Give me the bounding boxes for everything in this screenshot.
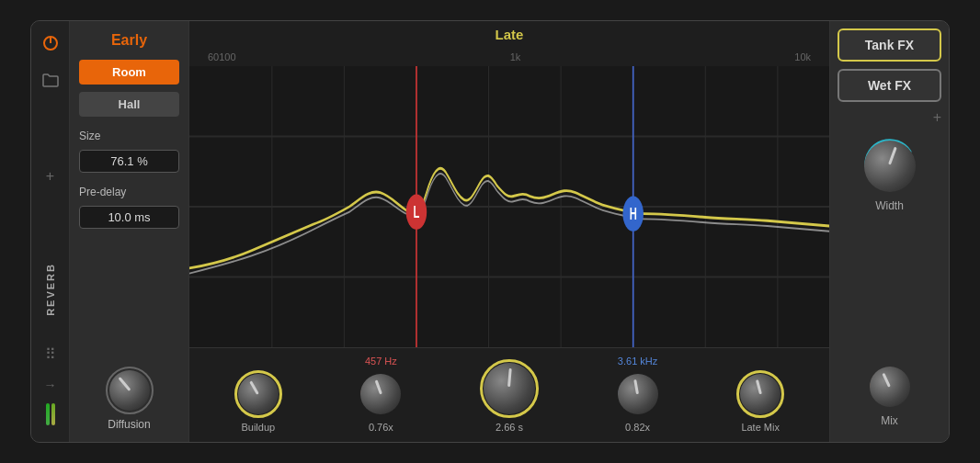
low-freq-label: 457 Hz [365,356,397,367]
late-header: Late [189,21,829,48]
late-title: Late [496,27,524,42]
diffusion-label: Diffusion [108,418,150,431]
freq-labels: 60 100 1k 10k [189,48,829,66]
size-value[interactable]: 76.1 % [79,150,179,173]
power-button[interactable] [38,30,63,56]
svg-text:H: H [630,204,637,223]
freq-100: 100 [219,51,235,62]
sidebar-dots-icon[interactable]: ⠿ [45,345,56,363]
meter-bar-right [51,403,55,425]
size-label: Size [79,130,179,142]
early-title: Early [79,32,179,49]
level-meter [46,403,55,425]
plus-right-icon[interactable]: + [933,109,941,126]
knob1-label: 0.76x [369,422,393,433]
predelay-label: Pre-delay [79,186,179,198]
tank-fx-button[interactable]: Tank FX [838,28,941,62]
knob1-group: 457 Hz 0.76x [357,356,405,433]
width-area: Width [838,137,941,212]
freq-1k: 1k [510,51,521,62]
main-area: Late 60 100 1k 10k [189,21,829,442]
meter-bar-left [46,403,50,425]
eq-display[interactable]: L H [189,66,829,348]
knob3-label: 0.82x [625,422,650,433]
predelay-value[interactable]: 10.0 ms [79,206,179,229]
knob3-group: 3.61 kHz 0.82x [614,356,662,433]
knob3[interactable] [614,370,662,418]
width-label: Width [875,199,904,212]
high-freq-label: 3.61 kHz [618,356,657,367]
freq-60: 60 [208,51,219,62]
late-mix-knob[interactable] [736,370,784,418]
sidebar-label: REVERB [45,263,56,316]
late-mix-group: Late Mix [736,370,784,433]
diffusion-knob[interactable] [106,367,154,414]
plugin-container: + REVERB ⠿ → Early Room Hall Size 76.1 %… [30,20,950,443]
buildup-group: Buildup [234,370,282,433]
buildup-label: Buildup [241,422,275,433]
room-button[interactable]: Room [79,60,179,85]
right-panel: Tank FX Wet FX + Width [829,21,949,442]
width-knob[interactable] [860,137,919,196]
mix-area: Mix [838,363,941,427]
left-sidebar: + REVERB ⠿ → [31,21,70,442]
buildup-knob[interactable] [234,370,282,418]
knob2-group: 2.66 s [480,359,539,433]
plus-left-icon[interactable]: + [46,168,54,185]
early-panel: Early Room Hall Size 76.1 % Pre-delay 10… [70,21,189,442]
knob1[interactable] [357,370,405,418]
folder-icon[interactable] [38,67,63,93]
freq-10k: 10k [794,51,811,62]
diffusion-area: Diffusion [79,367,179,431]
mix-knob[interactable] [866,363,914,411]
knob2[interactable] [480,359,539,418]
svg-text:L: L [414,202,420,221]
mix-label: Mix [881,414,898,427]
knob2-label: 2.66 s [496,422,523,433]
hall-button[interactable]: Hall [79,92,179,117]
late-mix-label: Late Mix [741,422,780,433]
knobs-row: Buildup 457 Hz 0.76x [189,348,829,442]
sidebar-arrow-icon[interactable]: → [44,378,57,392]
wet-fx-button[interactable]: Wet FX [838,69,941,102]
eq-svg: L H [189,66,829,347]
